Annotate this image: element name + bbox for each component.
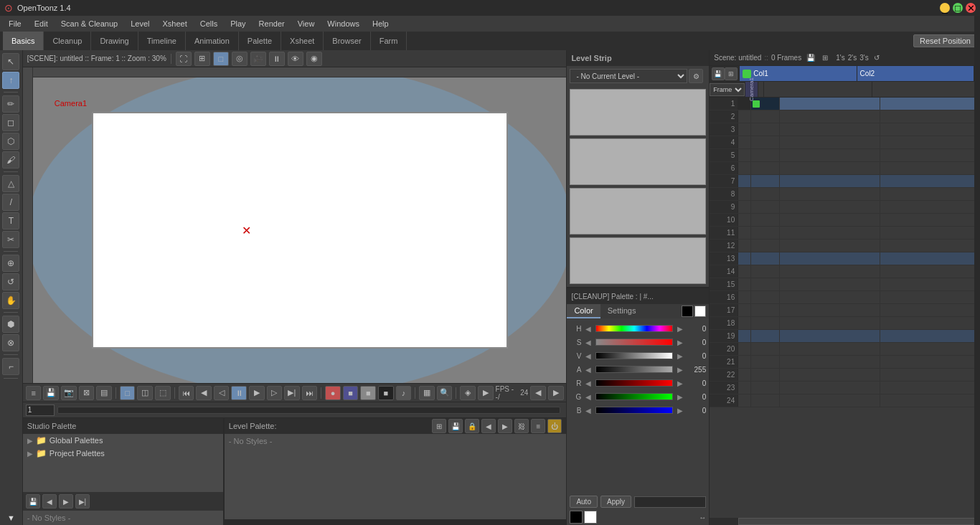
table-row[interactable]: 2 (710, 110, 980, 123)
col3-cell[interactable] (880, 330, 980, 342)
alpha-decrease[interactable]: ◀ (584, 366, 593, 374)
level-thumb-3[interactable] (570, 188, 706, 235)
cam-cell[interactable] (738, 317, 751, 329)
col3-cell[interactable] (880, 175, 980, 187)
lp-link-btn[interactable]: ⛓ (514, 419, 529, 433)
nav-prev-btn[interactable]: ◀ (42, 494, 57, 509)
tab-xsheet[interactable]: Xsheet (281, 32, 324, 50)
level-thumb-2[interactable] (570, 138, 706, 185)
tab-timeline[interactable]: Timeline (138, 32, 186, 50)
col3-cell[interactable] (880, 382, 980, 394)
col2-cell[interactable] (780, 356, 880, 368)
col3-cell[interactable] (880, 343, 980, 355)
col1-cell[interactable] (751, 265, 780, 278)
menu-cells[interactable]: Cells (194, 18, 223, 29)
col2-cell[interactable] (780, 369, 880, 381)
cam-cell[interactable] (738, 291, 751, 303)
auto-button[interactable]: Auto (570, 496, 598, 508)
eraser-tool[interactable]: ◻ (2, 114, 19, 131)
black-btn[interactable]: ■ (378, 386, 394, 400)
goto-end-btn[interactable]: ⏭ (302, 386, 318, 400)
col1-cell[interactable] (751, 252, 780, 265)
col1-cell[interactable] (751, 188, 780, 200)
col2-cell[interactable] (780, 317, 880, 329)
menu-level[interactable]: Level (125, 18, 155, 29)
magnet-tool[interactable]: ⊗ (2, 334, 19, 351)
col2-cell[interactable] (780, 110, 880, 123)
col3-cell[interactable] (880, 123, 980, 136)
cam-cell[interactable] (738, 227, 751, 239)
col1-cell[interactable] (751, 123, 780, 136)
cam-cell[interactable] (738, 214, 751, 226)
maximize-button[interactable]: □ (953, 3, 963, 13)
reset-position-button[interactable]: Reset Position (913, 34, 977, 47)
compare-btn[interactable]: ⊠ (79, 386, 95, 400)
alpha-increase[interactable]: ▶ (676, 366, 684, 374)
goto-start-btn[interactable]: ⏮ (179, 386, 194, 400)
cam-cell[interactable] (738, 201, 751, 213)
col2-cell[interactable] (780, 278, 880, 290)
alpha-slider[interactable] (595, 366, 673, 373)
frame-dropdown[interactable]: Frame (710, 83, 745, 96)
save-palette-btn[interactable]: 💾 (26, 494, 40, 509)
col3-cell[interactable] (880, 252, 980, 265)
col3-cell[interactable] (880, 136, 980, 148)
scene-nav-new[interactable]: ⊞ (820, 54, 830, 62)
col2-cell[interactable] (780, 162, 880, 174)
level-thumb-4[interactable] (570, 237, 706, 284)
col3-cell[interactable] (880, 188, 980, 200)
col1-cell[interactable] (751, 110, 780, 123)
tab-drawing[interactable]: Drawing (91, 32, 138, 50)
col1-cell-1[interactable] (751, 98, 780, 110)
cam-cell[interactable] (738, 369, 751, 381)
tab-cleanup[interactable]: Cleanup (44, 32, 91, 50)
col2-cell[interactable] (780, 304, 880, 316)
table-row[interactable]: 17 (710, 304, 980, 317)
next-step-btn[interactable]: ▷ (267, 386, 283, 400)
menu-view[interactable]: View (292, 18, 321, 29)
black-swatch[interactable] (570, 511, 583, 524)
table-row[interactable]: 12 (710, 240, 980, 252)
red-decrease[interactable]: ◀ (584, 379, 593, 387)
col1-cell[interactable] (751, 330, 780, 342)
val-slider[interactable] (595, 352, 673, 359)
close-button[interactable]: ✕ (966, 3, 976, 13)
col3-cell[interactable] (880, 214, 980, 226)
markers-btn[interactable]: ◈ (460, 386, 476, 400)
nav-next-btn[interactable]: ▶ (59, 494, 73, 509)
bg-swatch[interactable] (694, 306, 706, 317)
blue-btn[interactable]: ■ (343, 386, 359, 400)
histogram-btn[interactable]: ▦ (419, 386, 435, 400)
col1-cell[interactable] (751, 240, 780, 252)
zoom-out-btn[interactable]: 🔍 (437, 386, 453, 400)
zoom-tool[interactable]: ⊕ (2, 255, 19, 272)
frame-number-input[interactable] (26, 405, 55, 416)
col2-cell[interactable] (780, 188, 880, 200)
paint-tool[interactable]: 🖌 (2, 151, 19, 169)
scene-nav-save[interactable]: 💾 (804, 54, 817, 62)
col2-cell[interactable] (780, 343, 880, 355)
col2-cell[interactable] (780, 175, 880, 187)
view-mode-3[interactable]: ⬚ (155, 386, 171, 400)
apply-button[interactable]: Apply (600, 496, 631, 508)
menu-windows[interactable]: Windows (321, 18, 365, 29)
prev-frame-btn[interactable]: ◀ (196, 386, 212, 400)
grid-btn[interactable]: ⊞ (194, 52, 210, 66)
hue-decrease[interactable]: ◀ (584, 325, 593, 333)
menu-scan-cleanup[interactable]: Scan & Cleanup (55, 18, 124, 29)
green-decrease[interactable]: ◀ (584, 393, 593, 401)
tab-browser[interactable]: Browser (324, 32, 370, 50)
sat-decrease[interactable]: ◀ (584, 339, 593, 346)
scene-refresh-btn[interactable]: ↺ (872, 54, 882, 62)
col2-cell[interactable] (780, 394, 880, 407)
next-frame-btn[interactable]: ▶| (284, 386, 300, 400)
cam-cell[interactable] (738, 149, 751, 161)
table-row[interactable]: 23 (710, 382, 980, 394)
camera-btn[interactable]: □ (213, 52, 229, 66)
val-decrease[interactable]: ◀ (584, 352, 593, 360)
pause-play-btn[interactable]: ⏸ (231, 386, 247, 400)
tab-farm[interactable]: Farm (371, 32, 407, 50)
bender-tool[interactable]: ⌐ (2, 358, 19, 375)
menu-file[interactable]: File (3, 18, 27, 29)
cam-cell[interactable] (738, 240, 751, 252)
